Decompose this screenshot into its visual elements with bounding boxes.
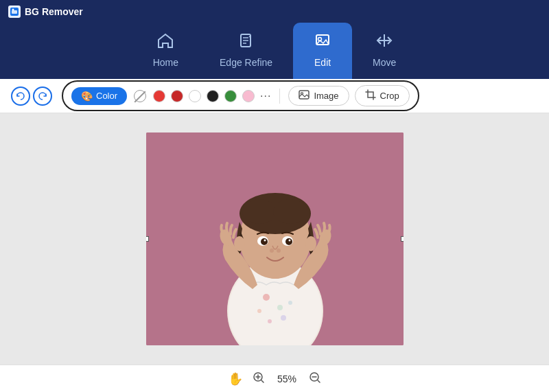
statusbar: ✋ 55%: [0, 365, 549, 392]
color-btn-label: Color: [96, 91, 117, 101]
svg-point-13: [257, 309, 261, 313]
crop-button[interactable]: Crop: [355, 85, 410, 106]
toolbar-inner: 🎨 Color ···: [62, 80, 419, 111]
svg-point-28: [270, 249, 274, 253]
svg-rect-1: [12, 10, 17, 14]
photo-background: [146, 132, 404, 345]
app-logo-icon: [8, 5, 21, 18]
crop-handle-middle-left[interactable]: [146, 236, 149, 242]
tab-move[interactable]: Move: [352, 23, 417, 79]
edit-icon: [314, 32, 331, 53]
svg-point-21: [273, 199, 307, 224]
svg-point-15: [268, 319, 272, 323]
swatch-green[interactable]: [224, 90, 237, 102]
tab-move-label: Move: [373, 57, 396, 68]
svg-point-31: [305, 236, 316, 251]
image-btn-icon: [299, 90, 309, 102]
hand-tool-icon[interactable]: ✋: [228, 371, 243, 387]
svg-rect-6: [299, 91, 309, 99]
divider: [279, 89, 280, 104]
app-logo: BG Remover: [8, 5, 83, 18]
crop-btn-icon: [365, 89, 376, 102]
svg-point-11: [263, 294, 270, 301]
swatch-darkred[interactable]: [171, 90, 183, 102]
swatch-white[interactable]: [189, 90, 201, 102]
svg-point-26: [264, 240, 266, 242]
redo-button[interactable]: [33, 87, 52, 106]
child-photo-svg: [146, 132, 404, 345]
nav-tabs: Home Edge Refine: [7, 0, 542, 79]
tab-edge-refine[interactable]: Edge Refine: [199, 23, 293, 79]
header: BG Remover Home: [0, 0, 549, 79]
crop-btn-label: Crop: [380, 91, 399, 101]
svg-point-29: [277, 249, 281, 253]
crop-handle-middle-right[interactable]: [401, 236, 404, 242]
image-button[interactable]: Image: [288, 86, 349, 106]
svg-point-25: [285, 238, 292, 245]
svg-point-27: [288, 240, 290, 242]
zoom-in-button[interactable]: [253, 371, 265, 387]
swatch-pink[interactable]: [242, 90, 255, 102]
zoom-percent: 55%: [274, 373, 299, 384]
toolbar: 🎨 Color ···: [0, 79, 549, 113]
svg-point-24: [261, 238, 268, 245]
swatch-black[interactable]: [207, 90, 219, 102]
svg-point-16: [288, 301, 292, 305]
move-icon: [375, 32, 393, 53]
app-logo-text: BG Remover: [25, 6, 83, 17]
svg-point-2: [12, 9, 14, 11]
tab-home-label: Home: [153, 57, 178, 68]
tab-edit-label: Edit: [314, 57, 331, 68]
undo-button[interactable]: [11, 87, 30, 106]
home-icon: [156, 32, 174, 53]
tab-home[interactable]: Home: [132, 23, 199, 79]
no-color-option[interactable]: [134, 90, 146, 102]
history-buttons: [11, 87, 52, 106]
svg-point-14: [281, 315, 286, 321]
image-container: [146, 132, 404, 345]
more-colors-button[interactable]: ···: [260, 90, 271, 102]
svg-point-20: [242, 199, 277, 224]
edge-refine-icon: [237, 32, 255, 53]
image-btn-label: Image: [314, 91, 338, 101]
zoom-out-button[interactable]: [309, 371, 321, 387]
svg-point-12: [277, 305, 283, 310]
swatch-red[interactable]: [153, 90, 165, 102]
tab-edge-refine-label: Edge Refine: [220, 57, 272, 68]
color-button[interactable]: 🎨 Color: [71, 87, 127, 105]
tab-edit[interactable]: Edit: [293, 23, 352, 79]
color-btn-icon: 🎨: [81, 91, 93, 102]
canvas-area: [0, 113, 549, 365]
